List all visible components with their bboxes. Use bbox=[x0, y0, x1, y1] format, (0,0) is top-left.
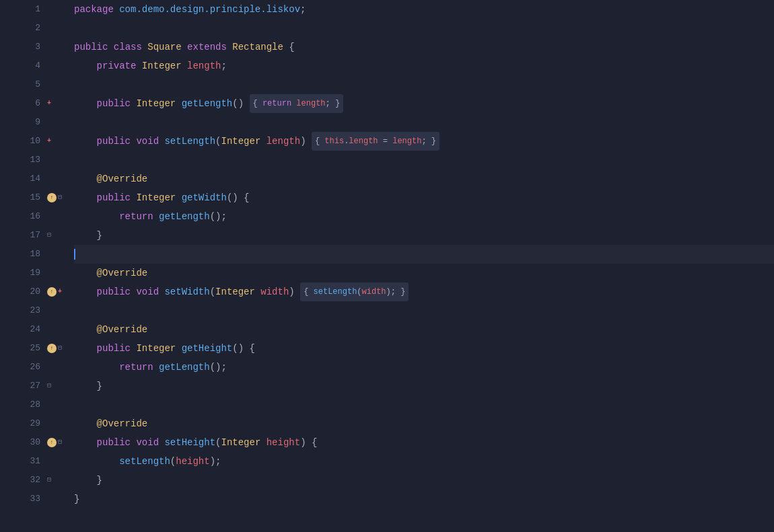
override-indicator: ↑ bbox=[47, 344, 57, 353]
code-line-24: @Override bbox=[74, 320, 774, 339]
fold-icon-plus[interactable]: + bbox=[47, 94, 51, 113]
fold-icon-minus[interactable]: ⊟ bbox=[58, 433, 62, 452]
code-line-28 bbox=[74, 395, 774, 414]
override-indicator: ↑ bbox=[47, 193, 57, 202]
cursor bbox=[74, 249, 75, 260]
code-line-9 bbox=[74, 113, 774, 132]
code-line-6: public Integer getLength() { return leng… bbox=[74, 94, 774, 113]
fold-icon-minus[interactable]: ⊟ bbox=[58, 339, 62, 358]
override-indicator: ↑ bbox=[47, 438, 57, 447]
code-line-26: return getLength(); bbox=[74, 358, 774, 377]
code-line-29: @Override bbox=[74, 414, 774, 433]
code-line-30: public void setHeight(Integer height) { bbox=[74, 433, 774, 452]
fold-icon-minus[interactable]: ⊟ bbox=[47, 471, 51, 490]
code-line-13 bbox=[74, 151, 774, 169]
code-line-15: public Integer getWidth() { bbox=[74, 188, 774, 207]
code-line-27: } bbox=[74, 377, 774, 395]
code-editor: 1 2 3 4 5 6 9 10 13 14 15 16 17 18 19 20… bbox=[0, 0, 774, 532]
fold-icon-minus[interactable]: ⊟ bbox=[58, 188, 62, 207]
code-line-32: } bbox=[74, 471, 774, 490]
code-line-1: package com.demo.design.principle.liskov… bbox=[74, 0, 774, 19]
code-line-23 bbox=[74, 301, 774, 320]
fold-icon-plus[interactable]: + bbox=[47, 132, 51, 151]
fold-icon-minus[interactable]: ⊟ bbox=[47, 377, 51, 395]
code-content[interactable]: package com.demo.design.principle.liskov… bbox=[74, 0, 774, 532]
code-line-25: public Integer getHeight() { bbox=[74, 339, 774, 358]
fold-icon-minus[interactable]: ⊟ bbox=[47, 226, 51, 245]
code-line-20: public void setWidth(Integer width) { se… bbox=[74, 282, 774, 301]
code-line-14: @Override bbox=[74, 169, 774, 188]
code-line-4: private Integer length; bbox=[74, 56, 774, 75]
code-line-17: } bbox=[74, 226, 774, 245]
code-line-2 bbox=[74, 19, 774, 38]
override-indicator: ↑ bbox=[47, 287, 57, 297]
code-line-16: return getLength(); bbox=[74, 207, 774, 226]
code-line-33: } bbox=[74, 490, 774, 508]
fold-icon-plus[interactable]: + bbox=[58, 282, 62, 301]
code-line-3: public class Square extends Rectangle { bbox=[74, 38, 774, 56]
code-line-31: setLength(height); bbox=[74, 452, 774, 471]
code-line-10: public void setLength(Integer length) { … bbox=[74, 132, 774, 151]
code-line-18 bbox=[74, 245, 774, 264]
gutter: + + ↑ ⊟ ⊟ ↑ + ↑ ⊟ ⊟ ↑ ⊟ bbox=[47, 0, 74, 532]
line-numbers: 1 2 3 4 5 6 9 10 13 14 15 16 17 18 19 20… bbox=[0, 0, 47, 532]
code-line-5 bbox=[74, 75, 774, 94]
code-line-19: @Override bbox=[74, 264, 774, 282]
